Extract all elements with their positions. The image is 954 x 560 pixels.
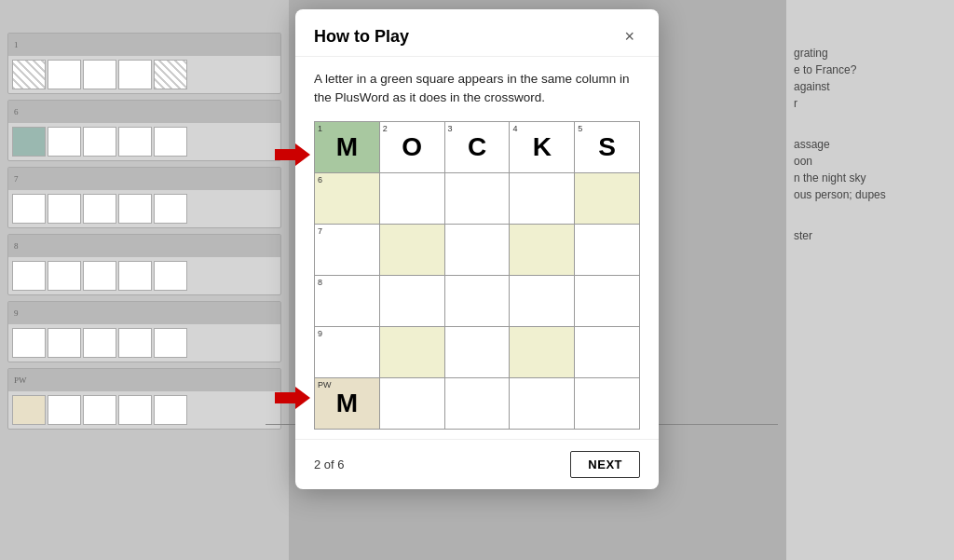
svg-marker-1 <box>275 387 310 409</box>
grid-row-7: 7 <box>315 224 640 275</box>
arrow-pw <box>275 387 310 413</box>
cell-num-4: 4 <box>512 124 517 133</box>
cell-2-O[interactable]: 2 O <box>379 121 444 172</box>
cell-9-4[interactable] <box>510 326 575 377</box>
cell-6-4[interactable] <box>510 172 575 224</box>
cell-5-S[interactable]: 5 S <box>575 121 640 172</box>
pw-label: PW <box>318 380 332 389</box>
modal-description: A letter in a green square appears in th… <box>314 70 640 108</box>
crossword-grid: 1 M 2 O 3 C 4 K <box>314 121 640 430</box>
cell-7-4[interactable] <box>510 224 575 275</box>
next-button[interactable]: NEXT <box>570 451 640 478</box>
cell-6-2[interactable] <box>379 172 444 224</box>
cell-num-5: 5 <box>578 124 582 133</box>
cell-4-K[interactable]: 4 K <box>510 121 575 172</box>
arrow-icon-pw <box>275 387 310 409</box>
close-button[interactable]: × <box>619 26 640 47</box>
cell-8-5[interactable] <box>575 275 640 326</box>
cell-7-5[interactable] <box>575 224 640 275</box>
cell-num-9: 9 <box>318 329 322 338</box>
grid-row-pw: PW M <box>315 377 640 429</box>
cell-num-2: 2 <box>383 124 388 133</box>
cell-1-M[interactable]: 1 M <box>315 121 380 172</box>
cell-pw-4[interactable] <box>510 377 575 429</box>
cell-pw-3[interactable] <box>444 377 510 429</box>
cell-num-7: 7 <box>318 226 322 236</box>
modal-title: How to Play <box>314 27 409 47</box>
crossword-container: 1 M 2 O 3 C 4 K <box>314 121 640 430</box>
cell-6-1[interactable]: 6 <box>315 172 380 224</box>
how-to-play-modal: How to Play × A letter in a green square… <box>295 9 659 489</box>
cell-9-3[interactable] <box>444 326 510 377</box>
cell-6-5[interactable] <box>575 172 640 224</box>
grid-row-header: 1 M 2 O 3 C 4 K <box>315 121 640 172</box>
pagination-indicator: 2 of 6 <box>314 458 345 471</box>
modal-backdrop: How to Play × A letter in a green square… <box>0 0 954 560</box>
cell-8-2[interactable] <box>379 275 444 326</box>
cell-8-4[interactable] <box>510 275 575 326</box>
cell-9-1[interactable]: 9 <box>315 326 380 377</box>
cell-8-3[interactable] <box>444 275 510 326</box>
cell-pw-5[interactable] <box>575 377 640 429</box>
cell-7-3[interactable] <box>444 224 510 275</box>
cell-7-2[interactable] <box>379 224 444 275</box>
cell-8-1[interactable]: 8 <box>315 275 380 326</box>
cell-7-1[interactable]: 7 <box>315 224 380 275</box>
arrow-icon-row1 <box>275 143 310 166</box>
cell-9-2[interactable] <box>379 326 444 377</box>
cell-num-6: 6 <box>318 175 322 184</box>
grid-row-6: 6 <box>315 172 640 224</box>
cell-num-8: 8 <box>318 278 322 287</box>
cell-6-3[interactable] <box>444 172 510 224</box>
cell-pw-1[interactable]: PW M <box>315 377 380 429</box>
grid-row-8: 8 <box>315 275 640 326</box>
cell-pw-2[interactable] <box>379 377 444 429</box>
cell-num-1: 1 <box>318 124 322 133</box>
grid-row-9: 9 <box>315 326 640 377</box>
cell-9-5[interactable] <box>575 326 640 377</box>
modal-footer: 2 of 6 NEXT <box>295 439 659 489</box>
modal-header: How to Play × <box>295 9 659 57</box>
svg-marker-0 <box>275 143 310 166</box>
arrow-row1 <box>275 143 310 170</box>
cell-num-3: 3 <box>448 124 453 133</box>
cell-3-C[interactable]: 3 C <box>444 121 510 172</box>
modal-body: A letter in a green square appears in th… <box>295 57 659 439</box>
